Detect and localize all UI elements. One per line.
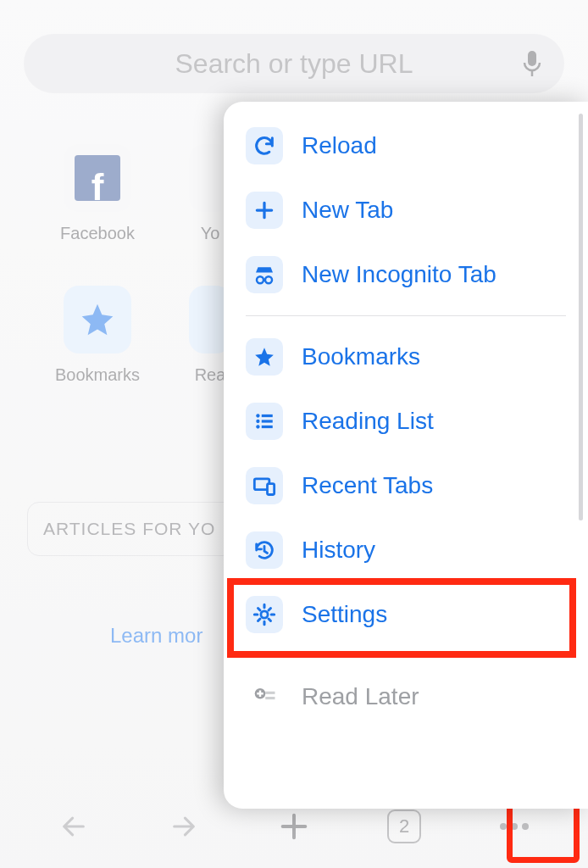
svg-point-8 bbox=[256, 425, 259, 428]
gear-icon bbox=[246, 596, 283, 633]
devices-icon bbox=[246, 467, 283, 504]
more-menu-button[interactable] bbox=[493, 805, 535, 848]
menu-item-label: Read Later bbox=[302, 683, 419, 710]
menu-item-label: Reading List bbox=[302, 408, 434, 435]
menu-item-label: New Incognito Tab bbox=[302, 261, 496, 288]
learn-more-link[interactable]: Learn mor bbox=[110, 624, 202, 648]
new-tab-plus-button[interactable] bbox=[273, 805, 315, 848]
svg-point-3 bbox=[265, 276, 272, 283]
svg-point-2 bbox=[257, 276, 263, 283]
svg-point-12 bbox=[261, 611, 268, 618]
search-bar[interactable]: Search or type URL bbox=[24, 34, 564, 93]
menu-item-reload[interactable]: Reload bbox=[224, 114, 588, 178]
bookmarks-star-icon bbox=[64, 286, 131, 353]
menu-item-settings[interactable]: Settings bbox=[224, 582, 588, 647]
back-button[interactable] bbox=[53, 805, 95, 848]
shortcut-bookmarks[interactable]: Bookmarks bbox=[51, 286, 144, 385]
history-icon bbox=[246, 531, 283, 569]
incognito-icon bbox=[246, 256, 283, 293]
menu-item-label: Reload bbox=[302, 132, 377, 159]
menu-item-read-later: Read Later bbox=[224, 665, 588, 729]
menu-item-incognito[interactable]: New Incognito Tab bbox=[224, 242, 588, 307]
facebook-icon: f bbox=[64, 144, 131, 212]
svg-rect-5 bbox=[262, 415, 273, 417]
forward-button[interactable] bbox=[163, 805, 205, 848]
svg-rect-9 bbox=[262, 426, 273, 428]
menu-item-label: Bookmarks bbox=[302, 343, 420, 370]
menu-divider bbox=[246, 315, 566, 316]
reload-icon bbox=[246, 127, 283, 164]
svg-rect-11 bbox=[268, 484, 275, 495]
tab-count-value: 2 bbox=[399, 815, 409, 837]
tabs-button[interactable]: 2 bbox=[383, 805, 425, 848]
shortcut-label: Rea bbox=[195, 365, 226, 385]
plus-icon bbox=[246, 192, 283, 229]
shortcut-facebook[interactable]: f Facebook bbox=[51, 144, 144, 243]
svg-point-6 bbox=[256, 420, 259, 423]
more-dots-icon bbox=[500, 823, 529, 830]
menu-item-label: Settings bbox=[302, 601, 387, 628]
overflow-menu: Reload New Tab New Incognito Tab Bookmar… bbox=[224, 102, 588, 809]
list-icon bbox=[246, 403, 283, 440]
menu-item-new-tab[interactable]: New Tab bbox=[224, 178, 588, 242]
svg-rect-14 bbox=[265, 692, 275, 694]
menu-item-reading-list[interactable]: Reading List bbox=[224, 389, 588, 453]
menu-item-history[interactable]: History bbox=[224, 518, 588, 582]
svg-rect-0 bbox=[528, 51, 536, 66]
articles-label: ARTICLES FOR YO bbox=[43, 519, 215, 539]
svg-point-4 bbox=[256, 414, 259, 417]
microphone-icon[interactable] bbox=[522, 49, 542, 78]
shortcut-label: Bookmarks bbox=[55, 365, 140, 385]
shortcut-label: Yo bbox=[201, 224, 220, 243]
menu-item-label: Recent Tabs bbox=[302, 472, 433, 499]
svg-rect-7 bbox=[262, 420, 273, 422]
star-icon bbox=[246, 338, 283, 376]
shortcut-label: Facebook bbox=[60, 224, 135, 243]
read-later-icon bbox=[246, 678, 283, 715]
menu-item-label: New Tab bbox=[302, 197, 393, 224]
menu-item-label: History bbox=[302, 537, 375, 564]
menu-divider bbox=[246, 655, 566, 656]
search-placeholder: Search or type URL bbox=[175, 48, 413, 80]
svg-rect-15 bbox=[265, 697, 275, 699]
menu-item-recent-tabs[interactable]: Recent Tabs bbox=[224, 453, 588, 518]
menu-item-bookmarks[interactable]: Bookmarks bbox=[224, 325, 588, 389]
